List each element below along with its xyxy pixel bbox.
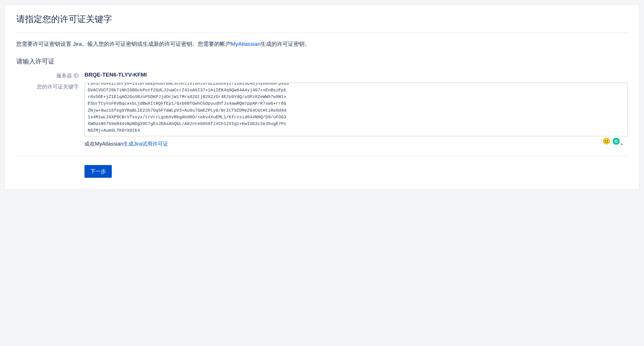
license-description: 您需要许可证密钥设置 Jira。输入您的许可证密钥或生成新的许可证密钥。您需要的…	[16, 40, 628, 48]
license-key-row: 您的许可证关键字 😐 G 或在MyAtlassian生成Jira试用许可证	[16, 83, 628, 147]
license-textarea-wrap: 😐 G 或在MyAtlassian生成Jira试用许可证	[84, 83, 628, 147]
server-id-row: 服务器 ID BRQE-TEN6-TLYV-KFMI	[16, 72, 628, 79]
license-key-label: 您的许可证关键字	[16, 83, 84, 90]
generate-trial-link[interactable]: 生成Jira试用许可证	[123, 141, 168, 147]
server-id-label: 服务器 ID	[16, 72, 84, 79]
server-id-value: BRQE-TEN6-TLYV-KFMI	[84, 72, 628, 78]
license-hint: 或在MyAtlassian生成Jira试用许可证	[84, 140, 628, 147]
textarea-overlay-icons: 😐 G	[602, 137, 620, 145]
page-title: 请指定您的许可证关键字	[16, 13, 628, 33]
description-part2: 生成的许可证密钥。	[260, 41, 310, 47]
myatlassian-link[interactable]: MyAtlassian	[231, 41, 260, 47]
grammarly-icon[interactable]: G	[613, 138, 620, 145]
hint-prefix: 或在MyAtlassian	[84, 141, 123, 147]
section-header: 请输入许可证	[16, 57, 628, 66]
form-divider	[16, 156, 628, 156]
next-button[interactable]: 下一步	[84, 165, 112, 178]
emoji-icon[interactable]: 😐	[602, 137, 610, 145]
button-row: 下一步	[16, 165, 628, 178]
license-key-textarea[interactable]	[84, 83, 628, 136]
description-part1: 您需要许可证密钥设置 Jira。输入您的许可证密钥或生成新的许可证密钥。您需要的…	[16, 41, 231, 47]
button-spacer	[16, 165, 84, 178]
license-setup-card: 请指定您的许可证关键字 您需要许可证密钥设置 Jira。输入您的许可证密钥或生成…	[4, 4, 640, 190]
